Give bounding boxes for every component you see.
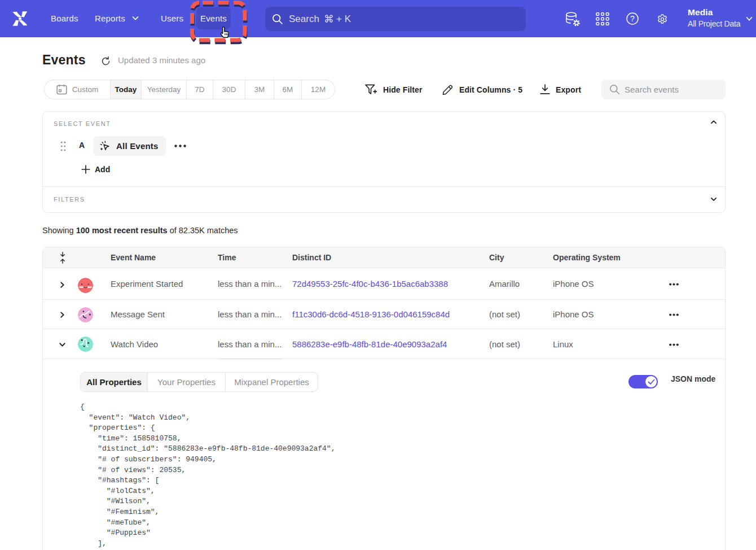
svg-text:?: ? xyxy=(630,14,635,23)
